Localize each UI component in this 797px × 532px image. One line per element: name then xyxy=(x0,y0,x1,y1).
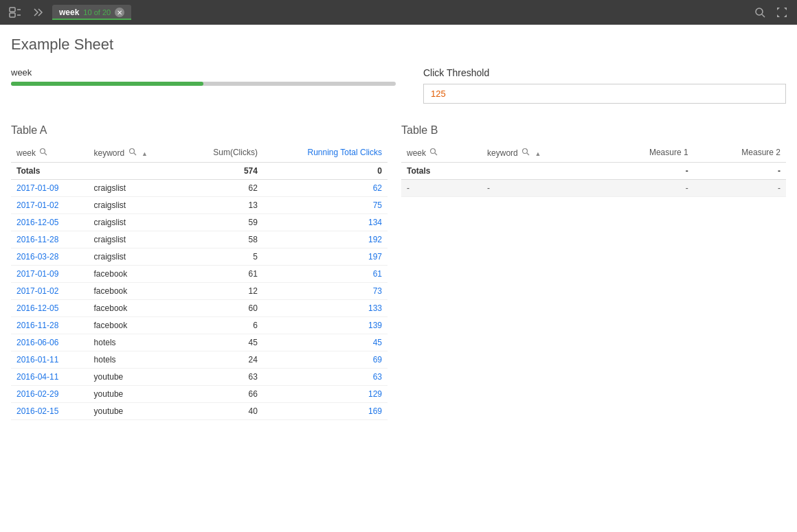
table-row: - - - - xyxy=(401,180,786,197)
cell-keyword: hotels xyxy=(89,351,183,369)
cell-running-total: 69 xyxy=(263,351,388,369)
toolbar: week 10 of 20 ✕ xyxy=(0,0,797,25)
threshold-input[interactable] xyxy=(423,84,786,104)
slider-fill xyxy=(11,82,203,86)
table-b-body: Totals - - - - - - xyxy=(401,163,786,197)
b-week-search-icon[interactable] xyxy=(428,146,439,157)
cell-week: 2016-12-05 xyxy=(11,214,89,231)
svg-point-6 xyxy=(129,149,134,154)
cell-sum-clicks: 58 xyxy=(183,231,263,248)
col-sum-clicks: Sum(Clicks) xyxy=(183,142,263,163)
col-measure2: Measure 2 xyxy=(694,142,786,163)
cell-week: 2016-01-11 xyxy=(11,351,89,369)
cell-keyword: facebook xyxy=(89,300,183,317)
cell-running-total: 45 xyxy=(263,334,388,351)
keyword-sort-icon: ▲ xyxy=(142,150,148,157)
b-totals-week: Totals xyxy=(401,163,482,180)
b-keyword-sort-icon: ▲ xyxy=(535,150,541,157)
b-cell-keyword: - xyxy=(482,180,601,197)
cell-running-total: 133 xyxy=(263,300,388,317)
cell-week: 2016-03-28 xyxy=(11,248,89,266)
cell-running-total: 63 xyxy=(263,369,388,386)
cell-week: 2016-04-11 xyxy=(11,369,89,386)
totals-keyword xyxy=(89,163,183,180)
slider-control: week xyxy=(11,67,396,86)
cell-sum-clicks: 62 xyxy=(183,180,263,197)
col-sum-clicks-label: Sum(Clicks) xyxy=(213,148,258,157)
col-running-total: Running Total Clicks xyxy=(263,142,388,163)
table-a-section: Table A week xyxy=(11,124,388,420)
slider-value-label: week xyxy=(11,67,396,78)
col-week: week xyxy=(11,142,89,163)
cell-keyword: craigslist xyxy=(89,197,183,214)
table-b-totals-row: Totals - - xyxy=(401,163,786,180)
cell-sum-clicks: 61 xyxy=(183,266,263,283)
expand-icon[interactable] xyxy=(772,3,792,22)
cell-keyword: craigslist xyxy=(89,248,183,266)
cell-week: 2017-01-09 xyxy=(11,266,89,283)
totals-sum-clicks: 574 xyxy=(183,163,263,180)
table-row: 2016-11-28 facebook 6 139 xyxy=(11,317,388,334)
main-content: Example Sheet week Click Threshold Table… xyxy=(0,25,797,431)
page-title: Example Sheet xyxy=(11,36,786,54)
active-tab[interactable]: week 10 of 20 ✕ xyxy=(52,5,131,20)
table-b-section: Table B week xyxy=(401,124,786,197)
cell-running-total: 197 xyxy=(263,248,388,266)
svg-point-4 xyxy=(41,149,45,154)
cell-running-total: 75 xyxy=(263,197,388,214)
cell-sum-clicks: 12 xyxy=(183,283,263,300)
cell-sum-clicks: 60 xyxy=(183,300,263,317)
cell-week: 2016-11-28 xyxy=(11,231,89,248)
table-row: 2016-06-06 hotels 45 45 xyxy=(11,334,388,351)
cell-keyword: youtube xyxy=(89,369,183,386)
slider-track[interactable] xyxy=(11,82,396,86)
table-row: 2017-01-09 craigslist 62 62 xyxy=(11,180,388,197)
cell-week: 2016-11-28 xyxy=(11,317,89,334)
tab-underline xyxy=(52,19,131,20)
cell-week: 2017-01-02 xyxy=(11,197,89,214)
cell-keyword: facebook xyxy=(89,283,183,300)
col-measure1-label: Measure 1 xyxy=(649,148,688,157)
threshold-control: Click Threshold xyxy=(423,67,786,104)
keyword-search-icon[interactable] xyxy=(127,146,138,157)
b-keyword-search-icon[interactable] xyxy=(520,146,531,157)
cell-week: 2017-01-09 xyxy=(11,180,89,197)
tables-row: Table A week xyxy=(11,124,786,420)
cell-running-total: 169 xyxy=(263,403,388,420)
table-row: 2017-01-09 facebook 61 61 xyxy=(11,266,388,283)
tab-close-button[interactable]: ✕ xyxy=(115,8,124,17)
threshold-label: Click Threshold xyxy=(423,67,786,78)
table-row: 2017-01-02 craigslist 13 75 xyxy=(11,197,388,214)
cell-week: 2017-01-02 xyxy=(11,283,89,300)
cell-sum-clicks: 40 xyxy=(183,403,263,420)
toolbar-right xyxy=(750,3,792,22)
col-keyword: keyword ▲ xyxy=(89,142,183,163)
col-measure1: Measure 1 xyxy=(601,142,693,163)
cell-sum-clicks: 6 xyxy=(183,317,263,334)
b-totals-measure1: - xyxy=(601,163,693,180)
cell-running-total: 129 xyxy=(263,386,388,403)
week-search-icon[interactable] xyxy=(38,146,49,157)
totals-week: Totals xyxy=(11,163,89,180)
b-totals-measure2: - xyxy=(694,163,786,180)
cell-running-total: 139 xyxy=(263,317,388,334)
cell-keyword: craigslist xyxy=(89,214,183,231)
search-toolbar-icon[interactable] xyxy=(750,3,770,22)
svg-line-3 xyxy=(762,14,765,17)
tab-title: week xyxy=(59,8,79,17)
svg-line-11 xyxy=(527,153,529,155)
svg-rect-1 xyxy=(10,13,15,17)
totals-running-total: 0 xyxy=(263,163,388,180)
cell-week: 2016-12-05 xyxy=(11,300,89,317)
cell-keyword: facebook xyxy=(89,266,183,283)
table-row: 2016-04-11 youtube 63 63 xyxy=(11,369,388,386)
cell-sum-clicks: 24 xyxy=(183,351,263,369)
table-row: 2016-03-28 craigslist 5 197 xyxy=(11,248,388,266)
col-running-total-label: Running Total Clicks xyxy=(308,148,383,157)
svg-line-9 xyxy=(435,153,437,155)
back-icon[interactable] xyxy=(5,3,25,22)
table-row: 2016-02-29 youtube 66 129 xyxy=(11,386,388,403)
cell-keyword: craigslist xyxy=(89,231,183,248)
cell-sum-clicks: 13 xyxy=(183,197,263,214)
forward-icon[interactable] xyxy=(29,3,48,22)
